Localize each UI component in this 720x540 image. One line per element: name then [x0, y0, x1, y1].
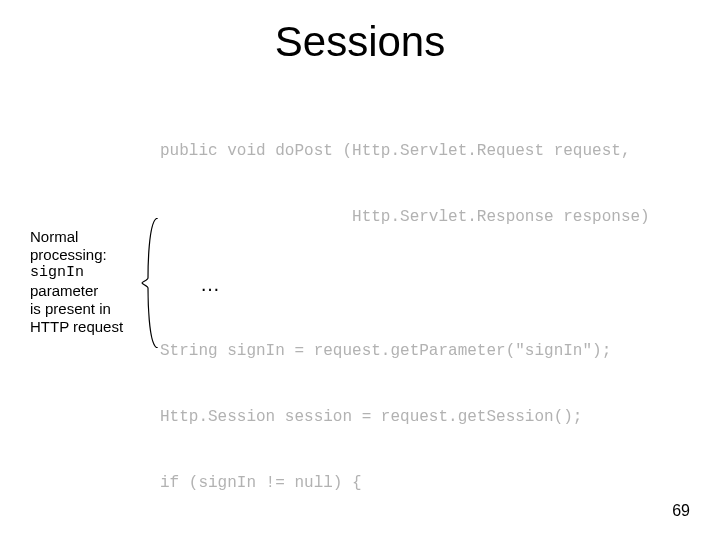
slide-body: public void doPost (Http.Servlet.Request… — [30, 96, 700, 540]
page-number: 69 — [672, 502, 690, 520]
code-line: Http.Servlet.Response response) — [160, 206, 700, 228]
code-line: public void doPost (Http.Servlet.Request… — [160, 140, 700, 162]
annotation-line: Normal — [30, 228, 140, 246]
code-line: String signIn = request.getParameter("si… — [160, 340, 700, 362]
annotation-line: HTTP request — [30, 318, 140, 336]
code-line: if (signIn != null) { — [160, 472, 700, 494]
code-block: String signIn = request.getParameter("si… — [160, 296, 700, 540]
slide-title: Sessions — [0, 18, 720, 66]
annotation-label: Normal processing: signIn parameter is p… — [30, 228, 140, 336]
annotation-code-term: signIn — [30, 264, 140, 282]
annotation-line: parameter — [30, 282, 140, 300]
curly-brace-icon — [138, 218, 162, 348]
code-line: Http.Session session = request.getSessio… — [160, 406, 700, 428]
code-block: public void doPost (Http.Servlet.Request… — [160, 96, 700, 272]
annotation-line: processing: — [30, 246, 140, 264]
annotation-line: is present in — [30, 300, 140, 318]
ellipsis: … — [200, 272, 700, 296]
